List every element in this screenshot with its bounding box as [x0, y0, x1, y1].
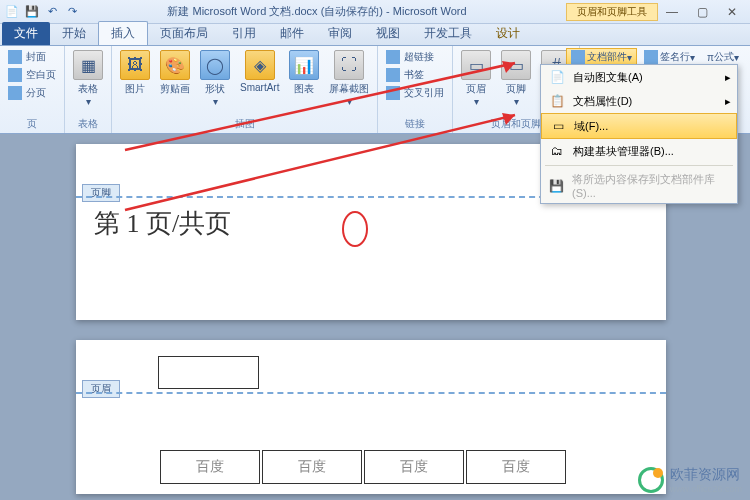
group-pages-label: 页: [4, 115, 60, 133]
signature-icon: [644, 50, 658, 64]
page-break-button[interactable]: 分页: [4, 84, 60, 102]
docprops-icon: 📋: [547, 93, 567, 109]
watermark-name: 欧菲资源网: [670, 466, 742, 484]
table-button[interactable]: ▦表格▾: [69, 48, 107, 109]
svg-marker-1: [502, 113, 515, 125]
blank-icon: [8, 68, 22, 82]
tab-view[interactable]: 视图: [364, 22, 412, 45]
blank-page-button[interactable]: 空白页: [4, 66, 60, 84]
redo-icon[interactable]: ↷: [64, 4, 80, 20]
save-sel-icon: 💾: [547, 178, 566, 194]
annotation-arrow-2: [120, 95, 540, 219]
pi-icon: π: [707, 52, 714, 63]
contextual-tab-label: 页眉和页脚工具: [566, 3, 658, 21]
autotext-icon: 📄: [547, 69, 567, 85]
tab-file[interactable]: 文件: [2, 22, 50, 45]
menu-field[interactable]: ▭域(F)...: [541, 113, 737, 139]
table-row-cells[interactable]: 百度 百度 百度 百度: [158, 448, 568, 486]
tab-home[interactable]: 开始: [50, 22, 98, 45]
tab-developer[interactable]: 开发工具: [412, 22, 484, 45]
tab-layout[interactable]: 页面布局: [148, 22, 220, 45]
cover-icon: [8, 50, 22, 64]
undo-icon[interactable]: ↶: [44, 4, 60, 20]
cover-page-button[interactable]: 封面: [4, 48, 60, 66]
content-table[interactable]: [158, 356, 259, 389]
watermark: 欧菲资源网 www.office26.com: [638, 466, 742, 494]
save-icon[interactable]: 💾: [24, 4, 40, 20]
menu-separator: [545, 165, 733, 166]
menu-building-blocks[interactable]: 🗂构建基块管理器(B)...: [541, 139, 737, 163]
quick-parts-menu: 📄自动图文集(A)▸ 📋文档属性(D)▸ ▭域(F)... 🗂构建基块管理器(B…: [540, 64, 738, 204]
menu-docprops[interactable]: 📋文档属性(D)▸: [541, 89, 737, 113]
maximize-button[interactable]: ▢: [688, 3, 716, 21]
ribbon-tabs: 文件 开始 插入 页面布局 引用 邮件 审阅 视图 开发工具 设计: [0, 24, 750, 46]
header-boundary: [76, 392, 666, 394]
svg-marker-0: [502, 61, 515, 73]
table-icon: ▦: [73, 50, 103, 80]
tab-mailings[interactable]: 邮件: [268, 22, 316, 45]
word-icon: 📄: [4, 4, 20, 20]
close-button[interactable]: ✕: [718, 3, 746, 21]
tab-references[interactable]: 引用: [220, 22, 268, 45]
watermark-logo-icon: [638, 467, 664, 493]
menu-autotext[interactable]: 📄自动图文集(A)▸: [541, 65, 737, 89]
quick-access-toolbar: 📄 💾 ↶ ↷: [4, 4, 80, 20]
tab-review[interactable]: 审阅: [316, 22, 364, 45]
window-title: 新建 Microsoft Word 文档.docx (自动保存的) - Micr…: [88, 4, 546, 19]
break-icon: [8, 86, 22, 100]
page-2[interactable]: 页眉 百度 百度 百度 百度: [76, 340, 666, 494]
cell-3[interactable]: 百度: [364, 450, 464, 484]
cell-4[interactable]: 百度: [466, 450, 566, 484]
menu-save-selection: 💾将所选内容保存到文档部件库(S)...: [541, 168, 737, 203]
blocks-icon: 🗂: [547, 143, 567, 159]
group-table-label: 表格: [69, 115, 107, 133]
cell-1[interactable]: 百度: [160, 450, 260, 484]
field-icon: ▭: [548, 118, 568, 134]
quickparts-icon: [571, 50, 585, 64]
footer-tag: 页脚: [82, 184, 120, 202]
tab-insert[interactable]: 插入: [98, 21, 148, 45]
watermark-url: www.office26.com: [670, 484, 742, 494]
minimize-button[interactable]: —: [658, 3, 686, 21]
cell-2[interactable]: 百度: [262, 450, 362, 484]
header-tag: 页眉: [82, 380, 120, 398]
tab-design[interactable]: 设计: [484, 22, 532, 45]
